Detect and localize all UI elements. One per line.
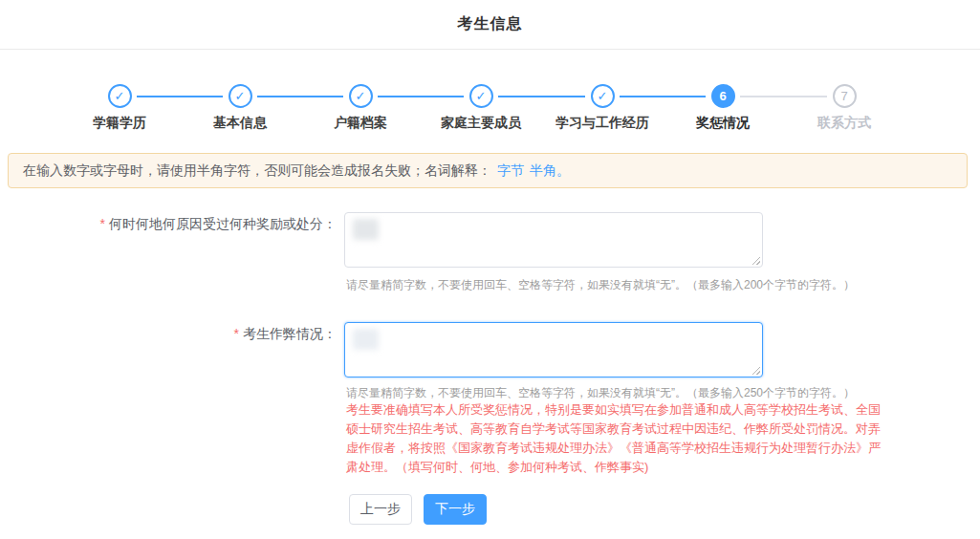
step-label: 奖惩情况 (665, 115, 780, 132)
reward-punishment-label: *何时何地何原因受过何种奖励或处分： (0, 216, 337, 233)
check-icon: ✓ (356, 90, 366, 102)
step-circle: ✓ (349, 84, 373, 108)
stepper-step-contact[interactable]: 7 联系方式 (787, 84, 902, 132)
stepper-step-family-members[interactable]: ✓ 家庭主要成员 (424, 84, 538, 132)
candidate-info-page: 考生信息 ✓ 学籍学历 ✓ 基本信息 ✓ 户籍档案 ✓ 家庭主要成员 ✓ 学习与… (0, 0, 980, 539)
reward-punishment-textarea[interactable] (344, 212, 763, 268)
required-asterisk: * (234, 326, 239, 341)
stepper-step-school-record[interactable]: ✓ 学籍学历 (62, 84, 177, 132)
cheating-record-field (344, 322, 763, 377)
registration-stepper: ✓ 学籍学历 ✓ 基本信息 ✓ 户籍档案 ✓ 家庭主要成员 ✓ 学习与工作经历 … (0, 0, 980, 143)
check-icon: ✓ (115, 90, 125, 102)
notice-suffix: 。 (556, 162, 570, 180)
next-step-button[interactable]: 下一步 (424, 494, 487, 525)
step-circle-active: 6 (711, 84, 735, 108)
reward-punishment-field (344, 212, 763, 268)
stepper-step-study-work[interactable]: ✓ 学习与工作经历 (545, 84, 660, 132)
cheating-record-textarea[interactable] (344, 322, 763, 377)
byte-definition-link[interactable]: 字节 (497, 162, 524, 180)
step-label: 联系方式 (787, 115, 902, 132)
cheating-record-hint: 请尽量精简字数，不要使用回车、空格等字符，如果没有就填“无”。（最多输入250个… (346, 385, 855, 401)
check-icon: ✓ (235, 90, 246, 102)
step-circle-pending: 7 (833, 84, 857, 108)
stepper-step-household[interactable]: ✓ 户籍档案 (303, 84, 418, 132)
notice-text: 在输入数字或字母时，请使用半角字符，否则可能会造成报名失败；名词解释： (23, 162, 491, 180)
cheating-record-label: *考生作弊情况： (0, 326, 337, 343)
step-circle: ✓ (469, 84, 493, 108)
halfwidth-definition-link[interactable]: 半角 (530, 162, 556, 180)
check-icon: ✓ (476, 90, 487, 102)
cheating-warning-text: 考生要准确填写本人所受奖惩情况，特别是要如实填写在参加普通和成人高等学校招生考试… (346, 400, 883, 477)
reward-punishment-hint: 请尽量精简字数，不要使用回车、空格等字符，如果没有就填“无”。（最多输入200个… (346, 277, 855, 293)
step-label: 学籍学历 (62, 115, 177, 132)
step-number: 6 (719, 90, 726, 102)
step-circle: ✓ (591, 84, 615, 108)
required-asterisk: * (100, 216, 105, 231)
stepper-step-basic-info[interactable]: ✓ 基本信息 (183, 84, 297, 132)
step-label: 学习与工作经历 (545, 115, 660, 132)
stepper-step-rewards-punishments[interactable]: 6 奖惩情况 (665, 84, 780, 132)
step-circle: ✓ (229, 84, 252, 108)
halfwidth-notice-banner: 在输入数字或字母时，请使用半角字符，否则可能会造成报名失败；名词解释：字节半角。 (8, 153, 968, 188)
step-circle: ✓ (108, 84, 132, 108)
step-label: 户籍档案 (303, 115, 418, 132)
step-label: 家庭主要成员 (424, 115, 538, 132)
step-number: 7 (840, 90, 847, 102)
step-label: 基本信息 (183, 115, 297, 132)
previous-step-button[interactable]: 上一步 (349, 494, 412, 525)
check-icon: ✓ (598, 90, 608, 102)
